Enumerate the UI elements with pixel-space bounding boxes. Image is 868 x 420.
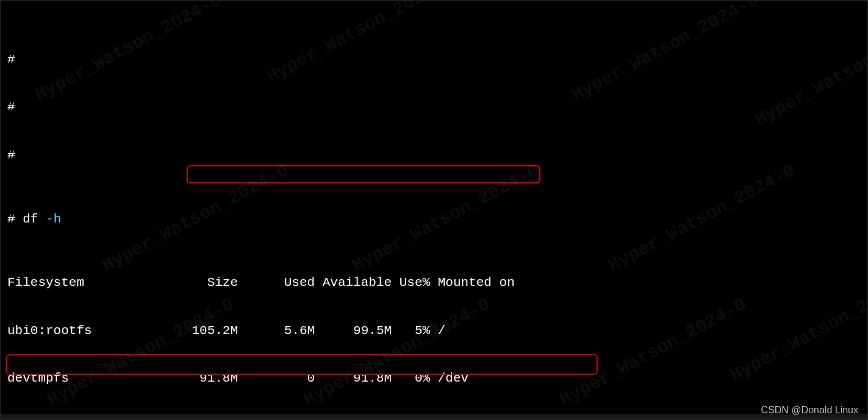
terminal-output[interactable]: # # # # df -h Filesystem Size Used Avail… [0, 0, 868, 420]
prompt: # [7, 100, 15, 114]
prompt: # [7, 52, 15, 66]
command-line-df: # df -h [0, 212, 868, 227]
flag-h: -h [46, 212, 61, 226]
command-df: df [23, 212, 38, 226]
df-row: ubi0:rootfs 105.2M 5.6M 99.5M 5% / [0, 323, 868, 339]
df-header: Filesystem Size Used Available Use% Moun… [0, 275, 868, 291]
status-bar [0, 415, 868, 420]
df-row: devtmpfs 91.8M 0 91.8M 0% /dev [0, 371, 868, 386]
prompt: # [7, 148, 15, 162]
prompt: # [7, 212, 15, 226]
